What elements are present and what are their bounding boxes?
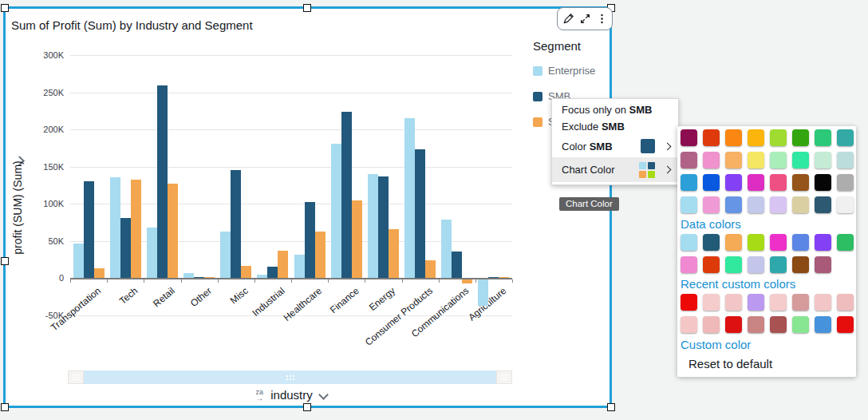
- custom-color-link[interactable]: Custom color: [681, 338, 854, 351]
- bar-startup[interactable]: [462, 279, 472, 283]
- color-swatch[interactable]: [837, 234, 854, 251]
- color-swatch[interactable]: [703, 234, 720, 251]
- bar-smb[interactable]: [120, 218, 131, 278]
- context-menu-item[interactable]: Focus only on SMB: [552, 101, 678, 118]
- chevron-down-icon[interactable]: [318, 390, 329, 400]
- color-swatch[interactable]: [681, 234, 697, 251]
- resize-handle[interactable]: [303, 4, 311, 12]
- color-swatch[interactable]: [681, 196, 697, 213]
- color-swatch[interactable]: [770, 256, 787, 273]
- scrollbar-right-handle[interactable]: [496, 370, 512, 384]
- bar-enterprise[interactable]: [404, 118, 415, 278]
- color-swatch[interactable]: [703, 196, 720, 213]
- color-swatch[interactable]: [792, 129, 809, 146]
- color-swatch[interactable]: [748, 196, 764, 213]
- kebab-menu-icon[interactable]: [595, 13, 608, 26]
- color-swatch[interactable]: [681, 129, 697, 146]
- color-swatch[interactable]: [837, 316, 854, 333]
- color-swatch[interactable]: [770, 174, 787, 191]
- color-swatch[interactable]: [815, 196, 831, 213]
- color-swatch[interactable]: [815, 129, 831, 146]
- bar-enterprise[interactable]: [147, 228, 157, 278]
- bar-startup[interactable]: [94, 268, 105, 278]
- scrollbar-left-handle[interactable]: [68, 370, 84, 384]
- resize-handle[interactable]: [1, 257, 9, 265]
- color-swatch[interactable]: [703, 316, 720, 333]
- sort-icon[interactable]: za→: [255, 389, 263, 401]
- scrollbar-track[interactable]: [84, 370, 496, 384]
- bar-smb[interactable]: [452, 252, 462, 279]
- color-swatch[interactable]: [748, 234, 764, 251]
- x-axis-label[interactable]: industry: [270, 388, 313, 402]
- color-swatch[interactable]: [703, 294, 720, 311]
- color-swatch[interactable]: [681, 316, 697, 333]
- color-swatch[interactable]: [703, 129, 720, 146]
- color-swatch[interactable]: [748, 256, 764, 273]
- reset-to-default-button[interactable]: Reset to default: [688, 357, 854, 370]
- color-swatch[interactable]: [837, 294, 854, 311]
- color-swatch[interactable]: [792, 196, 809, 213]
- edit-icon[interactable]: [562, 13, 574, 26]
- bar-smb[interactable]: [84, 181, 94, 278]
- color-swatch[interactable]: [725, 256, 742, 273]
- context-menu-item[interactable]: Color SMB: [552, 135, 678, 157]
- color-swatch[interactable]: [792, 234, 809, 251]
- color-swatch[interactable]: [770, 129, 787, 146]
- color-swatch[interactable]: [792, 316, 809, 333]
- bar-startup[interactable]: [168, 184, 178, 278]
- color-swatch[interactable]: [725, 129, 742, 146]
- bar-enterprise[interactable]: [331, 144, 341, 278]
- color-swatch[interactable]: [837, 129, 854, 146]
- context-menu-item[interactable]: Exclude SMB: [552, 118, 678, 135]
- bar-enterprise[interactable]: [73, 244, 84, 278]
- bar-smb[interactable]: [415, 149, 425, 278]
- bar-smb[interactable]: [341, 112, 352, 278]
- color-swatch[interactable]: [748, 294, 764, 311]
- bar-enterprise[interactable]: [294, 255, 305, 278]
- bar-startup[interactable]: [389, 229, 399, 278]
- bar-smb[interactable]: [305, 202, 315, 278]
- color-swatch[interactable]: [770, 294, 787, 311]
- color-swatch[interactable]: [725, 174, 742, 191]
- color-swatch[interactable]: [815, 174, 831, 191]
- bar-startup[interactable]: [352, 200, 362, 278]
- bar-startup[interactable]: [425, 260, 436, 278]
- color-swatch[interactable]: [748, 152, 764, 168]
- expand-icon[interactable]: [578, 13, 591, 26]
- bar-enterprise[interactable]: [478, 279, 488, 306]
- bar-startup[interactable]: [315, 232, 326, 278]
- color-swatch[interactable]: [815, 152, 831, 168]
- color-swatch[interactable]: [792, 152, 809, 168]
- context-menu-item[interactable]: Chart Color: [552, 157, 678, 182]
- bar-startup[interactable]: [241, 266, 251, 278]
- color-swatch[interactable]: [792, 256, 809, 273]
- color-swatch[interactable]: [725, 196, 742, 213]
- color-swatch[interactable]: [815, 294, 831, 311]
- color-swatch[interactable]: [681, 152, 697, 168]
- bar-enterprise[interactable]: [110, 177, 120, 278]
- color-swatch[interactable]: [837, 152, 854, 168]
- color-swatch[interactable]: [725, 234, 742, 251]
- color-swatch[interactable]: [837, 196, 854, 213]
- color-swatch[interactable]: [681, 256, 697, 273]
- color-swatch[interactable]: [748, 316, 764, 333]
- bar-enterprise[interactable]: [368, 174, 378, 278]
- legend-item-enterprise[interactable]: Enterprise: [533, 65, 595, 77]
- resize-handle[interactable]: [1, 4, 9, 12]
- bar-startup[interactable]: [131, 180, 141, 278]
- resize-handle[interactable]: [303, 403, 311, 411]
- color-swatch[interactable]: [725, 152, 742, 168]
- color-swatch[interactable]: [770, 234, 787, 251]
- color-swatch[interactable]: [725, 316, 742, 333]
- color-swatch[interactable]: [770, 196, 787, 213]
- bar-smb[interactable]: [157, 85, 168, 278]
- color-swatch[interactable]: [725, 294, 742, 311]
- color-swatch[interactable]: [703, 256, 720, 273]
- color-swatch[interactable]: [837, 174, 854, 191]
- color-swatch[interactable]: [815, 316, 831, 333]
- bar-smb[interactable]: [378, 176, 389, 278]
- color-swatch[interactable]: [815, 234, 831, 251]
- bar-enterprise[interactable]: [441, 220, 452, 279]
- color-swatch[interactable]: [681, 174, 697, 191]
- color-swatch[interactable]: [748, 129, 764, 146]
